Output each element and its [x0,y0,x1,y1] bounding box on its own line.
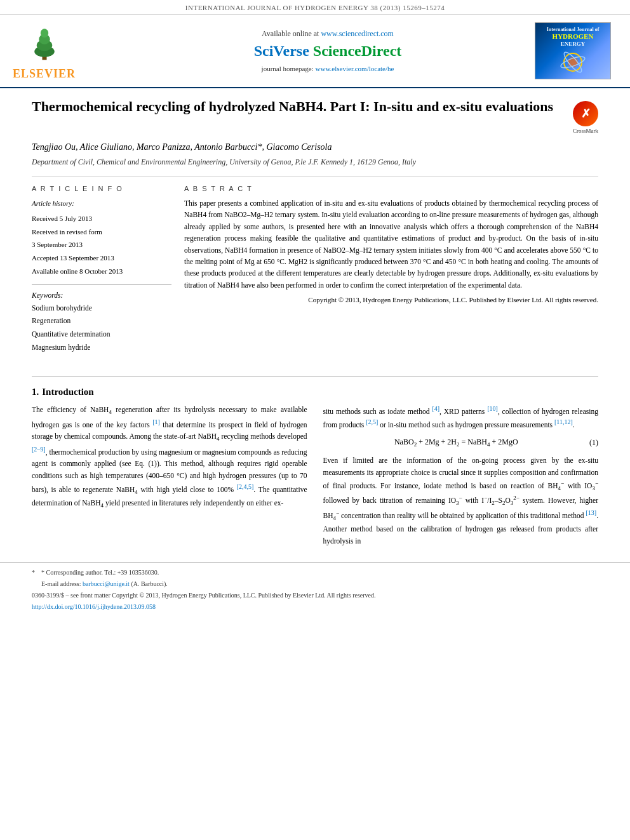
ref-25-link[interactable]: [2,5] [366,418,378,425]
keywords-list: Sodium borohydride Regeneration Quantita… [32,302,171,354]
email-line: E-mail address: barbucci@unige.it (A. Ba… [32,579,598,589]
cover-title-text: International Journal of HYDROGEN ENERGY [547,27,600,48]
ref-2-9-link[interactable]: [2–9] [32,446,46,453]
issn-line: 0360-3199/$ – see front matter Copyright… [32,590,598,601]
journal-header: ELSEVIER Available online at www.science… [0,15,630,88]
introduction-text: The efficiency of NaBH4 regeneration aft… [32,404,598,553]
cover-graphic-icon [554,50,592,75]
received-revised-label: Received in revised form [32,226,171,239]
elsevier-wordmark: ELSEVIER [13,67,76,81]
equation-1: NaBO2 + 2Mg + 2H2 = NaBH4 + 2MgO (1) [323,436,599,450]
ref-1112-link[interactable]: [11,12] [554,418,573,425]
corresponding-author-text: * Corresponding author. Tel.: +39 103536… [41,568,159,578]
intro-right-para-2: Even if limited are the information of t… [323,455,599,547]
copyright-text: Copyright © 2013, Hydrogen Energy Public… [184,295,598,306]
ref-13-link[interactable]: [13] [586,509,596,516]
sciencedirect-title: SciVerse ScienceDirect [254,43,402,60]
abstract-text: This paper presents a combined applicati… [184,197,598,306]
article-history: Article history: Received 5 July 2013 Re… [32,197,171,278]
equation-content: NaBO2 + 2Mg + 2H2 = NaBH4 + 2MgO [323,436,590,450]
intro-right-para-1: situ methods such as iodate method [4], … [323,404,599,432]
article-title: Thermochemical recycling of hydrolyzed N… [32,98,573,116]
email-link[interactable]: barbucci@unige.it [83,580,130,587]
intro-left-col: The efficiency of NaBH4 regeneration aft… [32,404,307,553]
crossmark-label: CrossMark [573,128,598,134]
keyword-3: Quantitative determination [32,328,171,341]
journal-homepage: journal homepage: www.elsevier.com/locat… [262,65,394,72]
ref-4-link[interactable]: [4] [432,405,439,412]
ref-1-link[interactable]: [1] [152,418,160,425]
crossmark-badge[interactable]: ✗ CrossMark [573,101,598,134]
history-label: Article history: [32,197,171,210]
history-divider [32,284,171,285]
keywords-section: Keywords: Sodium borohydride Regeneratio… [32,291,171,354]
keyword-2: Regeneration [32,314,171,328]
ref-10-link[interactable]: [10] [487,405,498,412]
email-indent [32,579,41,589]
affiliation: Department of Civil, Chemical and Enviro… [32,157,598,167]
svg-point-4 [40,29,48,37]
elsevier-tree-icon [22,21,67,65]
available-online-text: Available online at www.sciencedirect.co… [262,29,394,39]
ref-245-link[interactable]: [2,4,5] [237,483,254,490]
keyword-1: Sodium borohydride [32,302,171,315]
revised-date: 3 September 2013 [32,239,171,251]
sciencedirect-url[interactable]: www.sciencedirect.com [321,29,394,38]
keywords-label: Keywords: [32,291,171,299]
introduction-heading: 1.Introduction [32,387,598,397]
elsevier-logo-area: ELSEVIER [13,21,127,81]
abstract-col: A B S T R A C T This paper presents a co… [184,185,598,354]
email-text: E-mail address: barbucci@unige.it (A. Ba… [41,579,168,589]
intro-left-para: The efficiency of NaBH4 regeneration aft… [32,404,307,511]
doi-link[interactable]: http://dx.doi.org/10.1016/j.ijhydene.201… [32,602,156,612]
authors: Tengjiao Ou, Alice Giuliano, Marco Paniz… [32,140,598,154]
received-date: Received 5 July 2013 [32,213,171,225]
corresponding-author-note: * * Corresponding author. Tel.: +39 1035… [32,568,598,578]
article-info-heading: A R T I C L E I N F O [32,185,171,192]
intro-right-col: situ methods such as iodate method [4], … [323,404,599,553]
accepted-date: Accepted 13 September 2013 [32,252,171,265]
article-info-col: A R T I C L E I N F O Article history: R… [32,185,171,354]
equation-number: (1) [589,437,598,450]
main-content-section: 1.Introduction The efficiency of NaBH4 r… [0,364,630,563]
main-section-divider [32,377,598,377]
abstract-heading: A B S T R A C T [184,185,598,192]
journal-cover-image: International Journal of HYDROGEN ENERGY [535,22,611,79]
footer-section: * * Corresponding author. Tel.: +39 1035… [0,562,630,618]
keyword-4: Magnesium hydride [32,341,171,354]
journal-cover-area: International Journal of HYDROGEN ENERGY [528,21,617,81]
sciencedirect-branding: Available online at www.sciencedirect.co… [127,21,528,81]
doi-line: http://dx.doi.org/10.1016/j.ijhydene.201… [32,602,598,612]
journal-banner: INTERNATIONAL JOURNAL OF HYDROGEN ENERGY… [0,0,630,15]
footnote-star: * [32,568,41,578]
crossmark-icon: ✗ [573,101,598,126]
journal-homepage-link[interactable]: www.elsevier.com/locate/he [316,65,394,72]
article-header-section: Thermochemical recycling of hydrolyzed N… [0,88,630,364]
available-online-date: Available online 8 October 2013 [32,265,171,278]
